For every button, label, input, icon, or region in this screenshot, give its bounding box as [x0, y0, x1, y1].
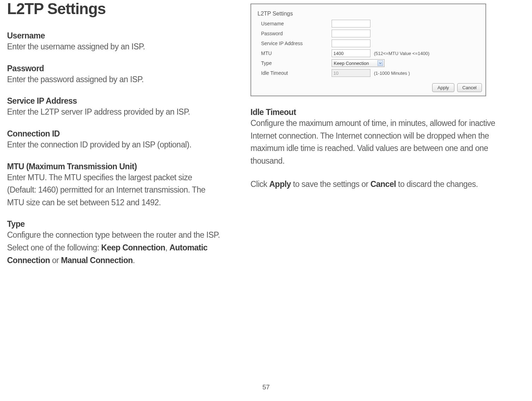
page-number: 57 [262, 383, 270, 391]
body-type: Configure the connection type between th… [7, 229, 222, 267]
label-serviceip: Service IP Address [258, 41, 332, 46]
right-column: L2TP Settings Username Password Service … [250, 0, 512, 277]
row-mtu: MTU (512<=MTU Value <=1400) [258, 49, 478, 57]
body-idle: Configure the maximum amount of time, in… [250, 117, 512, 168]
type-opt-manual: Manual Connection [61, 256, 133, 265]
footer-instruction: Click Apply to save the settings or Canc… [250, 178, 512, 191]
body-serviceip: Enter the L2TP server IP address provide… [7, 106, 222, 119]
input-serviceip[interactable] [332, 40, 370, 47]
footer-apply: Apply [269, 180, 291, 189]
type-end: . [133, 256, 135, 265]
heading-type: Type [7, 219, 222, 229]
cancel-button[interactable]: Cancel [457, 83, 482, 92]
heading-username: Username [7, 31, 222, 41]
input-username[interactable] [332, 20, 370, 28]
heading-connid: Connection ID [7, 129, 222, 139]
select-type[interactable]: Keep Connection [332, 59, 385, 67]
label-type: Type [258, 60, 332, 66]
type-sep2: or [50, 256, 61, 265]
row-serviceip: Service IP Address [258, 40, 478, 47]
label-mtu: MTU [258, 50, 332, 56]
heading-mtu: MTU (Maximum Transmission Unit) [7, 162, 222, 171]
left-column: L2TP Settings Username Enter the usernam… [7, 0, 226, 277]
heading-idle: Idle Timeout [250, 108, 512, 117]
hint-idle: (1-1000 Minutes ) [374, 71, 410, 76]
footer-end: to discard the changes. [396, 180, 478, 189]
panel-title: L2TP Settings [258, 11, 478, 17]
footer-pre: Click [250, 180, 269, 189]
row-type: Type Keep Connection [258, 59, 478, 67]
row-idle: Idle Timeout (1-1000 Minutes ) [258, 69, 478, 77]
heading-password: Password [7, 64, 222, 73]
input-mtu[interactable] [332, 49, 370, 57]
panel-button-row: Apply Cancel [251, 80, 485, 96]
label-password: Password [258, 31, 332, 36]
page-title: L2TP Settings [7, 0, 222, 18]
select-type-value: Keep Connection [334, 61, 369, 66]
l2tp-settings-panel: L2TP Settings Username Password Service … [250, 4, 486, 96]
row-password: Password [258, 30, 478, 37]
apply-button[interactable]: Apply [432, 83, 454, 92]
row-username: Username [258, 20, 478, 28]
body-password: Enter the password assigned by an ISP. [7, 73, 222, 86]
input-password[interactable] [332, 30, 370, 37]
type-sep1: , [165, 243, 169, 252]
body-mtu: Enter MTU. The MTU specifies the largest… [7, 171, 222, 209]
chevron-down-icon [377, 60, 383, 66]
footer-mid: to save the settings or [291, 180, 370, 189]
heading-serviceip: Service IP Address [7, 96, 222, 106]
label-idle: Idle Timeout [258, 70, 332, 76]
input-idle [332, 69, 370, 77]
type-opt-keep: Keep Connection [101, 243, 165, 252]
body-connid: Enter the connection ID provided by an I… [7, 139, 222, 151]
body-username: Enter the username assigned by an ISP. [7, 41, 222, 53]
footer-cancel: Cancel [370, 180, 396, 189]
hint-mtu: (512<=MTU Value <=1400) [374, 51, 429, 56]
label-username: Username [258, 21, 332, 26]
